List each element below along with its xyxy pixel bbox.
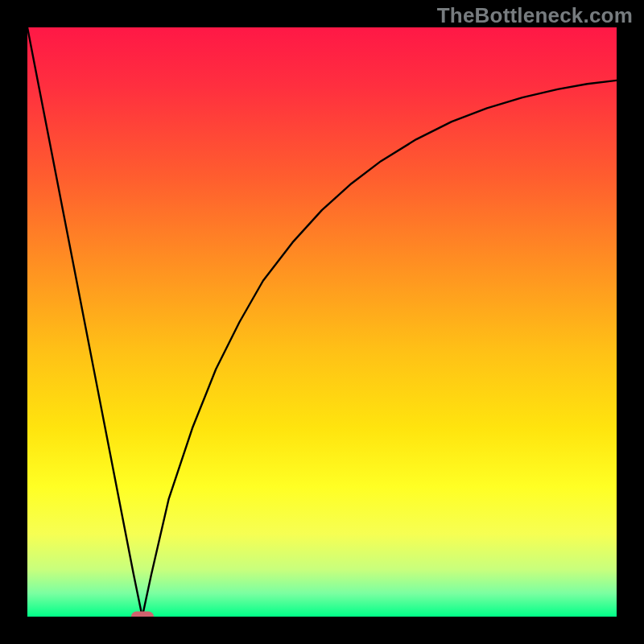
chart-frame: TheBottleneck.com	[0, 0, 644, 644]
minimum-marker	[131, 612, 154, 617]
plot-area	[27, 27, 617, 617]
data-curve	[27, 27, 617, 617]
watermark-text: TheBottleneck.com	[437, 3, 633, 28]
